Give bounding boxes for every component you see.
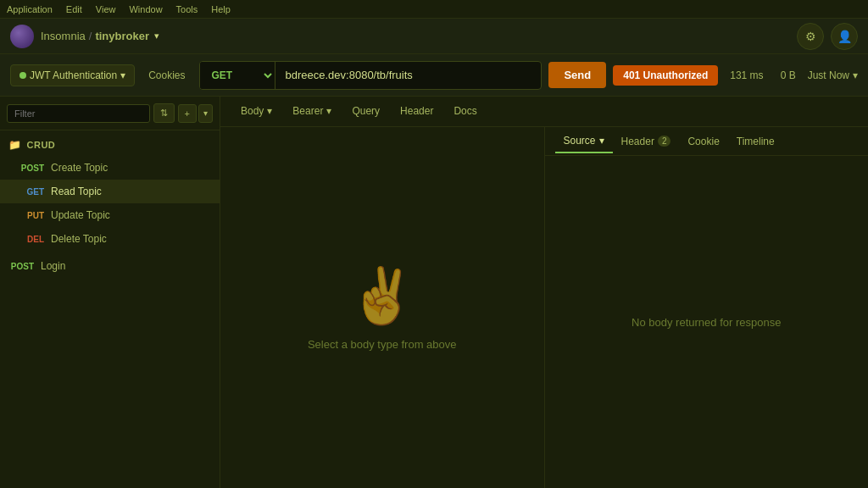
tab-cookie[interactable]: Cookie [679, 130, 727, 152]
no-body-text: No body returned for response [632, 316, 781, 329]
filter-input[interactable] [7, 104, 150, 123]
response-tabs: Source ▾ Header 2 Cookie Timeline [545, 127, 869, 156]
sidebar-item-label: Create Topic [51, 162, 108, 174]
method-tag-del: DEL [20, 235, 44, 244]
auth-status-dot [19, 72, 26, 79]
tab-body[interactable]: Body ▾ [231, 98, 282, 125]
url-input[interactable] [275, 69, 542, 81]
tab-docs-label: Docs [453, 105, 476, 117]
tab-source-label: Source [564, 135, 596, 147]
section-header-crud[interactable]: 📁 CRUD [0, 134, 220, 156]
response-panel: Source ▾ Header 2 Cookie Timeline N [545, 127, 869, 488]
tab-docs[interactable]: Docs [443, 98, 487, 125]
method-tag-post-login: POST [10, 262, 34, 271]
status-badge: 401 Unauthorized [613, 65, 718, 86]
tab-bearer-chevron: ▾ [326, 105, 331, 117]
settings-button[interactable]: ⚙ [797, 23, 824, 50]
project-name: tinybroker [95, 30, 149, 42]
empty-body-label: Select a body type from above [308, 338, 457, 351]
menu-help[interactable]: Help [211, 4, 231, 14]
tab-bearer[interactable]: Bearer ▾ [282, 98, 342, 125]
menu-view[interactable]: View [96, 4, 116, 14]
panels: ✌️ Select a body type from above Source … [220, 127, 868, 488]
account-button[interactable]: 👤 [831, 23, 858, 50]
tab-query-label: Query [352, 105, 380, 117]
menubar: Application Edit View Window Tools Help [0, 0, 868, 19]
method-url-container: GET POST PUT DELETE [199, 61, 542, 90]
sidebar-item-read-topic[interactable]: GET Read Topic [0, 180, 220, 203]
menu-application[interactable]: Application [7, 4, 53, 14]
main-area: ⇅ + ▾ 📁 CRUD POST Create Topic GET Read … [0, 97, 868, 488]
tab-source[interactable]: Source ▾ [555, 130, 613, 153]
sidebar-item-create-topic[interactable]: POST Create Topic [0, 156, 220, 180]
menu-edit[interactable]: Edit [66, 4, 82, 14]
auth-chevron: ▾ [120, 69, 125, 81]
timestamp-button[interactable]: Just Now ▾ [808, 69, 858, 81]
tab-response-header-label: Header [621, 136, 654, 147]
response-time: 131 ms [725, 69, 768, 81]
folder-icon: 📁 [8, 139, 22, 151]
tab-body-label: Body [241, 105, 264, 117]
menu-window[interactable]: Window [129, 4, 162, 14]
request-tabs: Body ▾ Bearer ▾ Query Header Docs [220, 97, 868, 127]
tab-source-chevron: ▾ [599, 135, 604, 147]
request-body-panel: ✌️ Select a body type from above [220, 127, 545, 488]
sidebar-item-delete-topic[interactable]: DEL Delete Topic [0, 227, 220, 251]
tab-body-chevron: ▾ [267, 105, 272, 117]
sidebar-item-update-topic[interactable]: PUT Update Topic [0, 203, 220, 227]
project-dropdown[interactable]: ▾ [154, 30, 159, 42]
send-button[interactable]: Send [548, 62, 606, 88]
auth-button[interactable]: JWT Authentication ▾ [10, 64, 135, 86]
method-tag-put: PUT [20, 211, 44, 220]
tab-bearer-label: Bearer [292, 105, 323, 117]
sort-button[interactable]: ⇅ [153, 103, 175, 123]
request-bar: JWT Authentication ▾ Cookies GET POST PU… [0, 54, 868, 97]
sidebar-item-login[interactable]: POST Login [0, 254, 220, 278]
tab-query[interactable]: Query [342, 98, 390, 125]
tab-timeline[interactable]: Timeline [728, 130, 783, 152]
method-tag-post: POST [20, 164, 44, 173]
method-tag-get: GET [20, 187, 44, 197]
cookies-button[interactable]: Cookies [142, 65, 192, 86]
add-group: + ▾ [178, 104, 213, 123]
add-button[interactable]: + [178, 104, 197, 123]
sidebar-item-label: Login [41, 260, 65, 272]
add-chevron-button[interactable]: ▾ [198, 104, 213, 123]
tab-timeline-label: Timeline [737, 136, 775, 147]
sidebar: ⇅ + ▾ 📁 CRUD POST Create Topic GET Read … [0, 97, 220, 488]
menu-tools[interactable]: Tools [176, 4, 198, 14]
tab-cookie-label: Cookie [687, 136, 719, 147]
empty-body: ✌️ Select a body type from above [308, 127, 457, 488]
sidebar-item-label: Update Topic [51, 209, 110, 221]
sidebar-item-label: Delete Topic [51, 233, 107, 245]
app-logo [10, 25, 34, 48]
titlebar: Insomnia / tinybroker ▾ ⚙ 👤 [0, 19, 868, 54]
sidebar-item-label: Read Topic [51, 186, 102, 197]
content-area: Body ▾ Bearer ▾ Query Header Docs ✌️ [220, 97, 868, 488]
tab-header[interactable]: Header [390, 98, 443, 125]
app-name: Insomnia [41, 30, 86, 42]
header-badge: 2 [658, 136, 671, 147]
section-label: CRUD [27, 140, 56, 150]
tab-header-label: Header [400, 105, 433, 117]
timestamp-label: Just Now [808, 69, 849, 81]
sidebar-toolbar: ⇅ + ▾ [0, 97, 220, 130]
timestamp-chevron: ▾ [853, 69, 858, 81]
breadcrumb-separator: / [89, 30, 92, 42]
auth-label: JWT Authentication [30, 69, 117, 81]
hand-icon: ✌️ [348, 264, 416, 328]
sidebar-section-crud: 📁 CRUD POST Create Topic GET Read Topic … [0, 130, 220, 254]
tab-response-header[interactable]: Header 2 [613, 130, 680, 152]
response-size: 0 B [776, 69, 801, 81]
response-content: No body returned for response [545, 156, 869, 488]
method-select[interactable]: GET POST PUT DELETE [200, 62, 275, 89]
breadcrumb: Insomnia / tinybroker ▾ [41, 30, 159, 42]
